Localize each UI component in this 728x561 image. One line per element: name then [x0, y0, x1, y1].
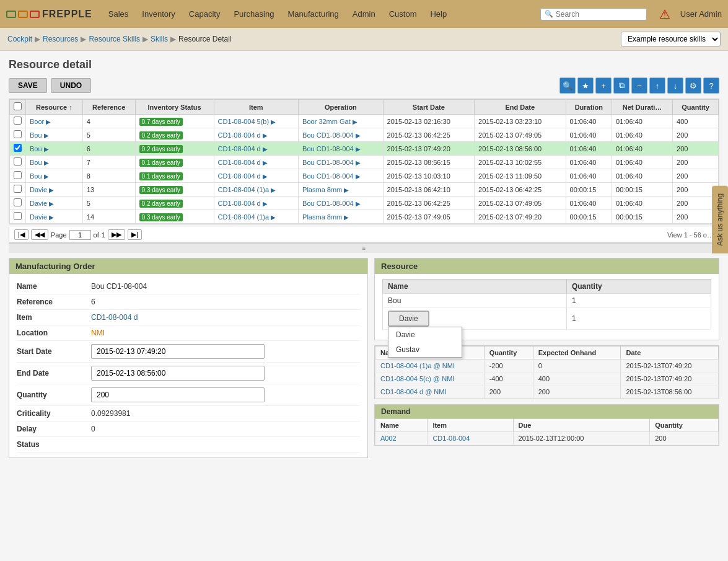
row-operation[interactable]: Bou CD1-08-004 ▶	[299, 169, 384, 183]
expand-icon[interactable]: ▶	[46, 118, 51, 125]
row-checkbox-cell[interactable]	[10, 128, 26, 142]
expand-icon[interactable]: ▶	[44, 132, 49, 139]
row-operation[interactable]: Bou CD1-08-004 ▶	[299, 142, 384, 156]
row-checkbox-cell[interactable]	[10, 142, 26, 156]
expand-arrow-item[interactable]: ▶	[271, 187, 276, 193]
mo-item-value[interactable]: CD1-08-004 d	[91, 313, 138, 322]
up-icon[interactable]: ↑	[649, 77, 665, 94]
page-prev-btn[interactable]: ◀◀	[31, 229, 48, 240]
add-icon[interactable]: +	[595, 77, 612, 94]
scenario-select[interactable]: Example resource skills	[621, 32, 721, 46]
breadcrumb-resources[interactable]: Resources	[43, 35, 78, 43]
row-checkbox[interactable]	[14, 117, 22, 125]
row-checkbox-cell[interactable]	[10, 156, 26, 169]
col-header-resource[interactable]: Resource ↑	[26, 100, 83, 115]
mo-end-input[interactable]	[91, 366, 265, 381]
expand-arrow-op[interactable]: ▶	[356, 132, 361, 139]
mo-start-input[interactable]	[91, 344, 265, 359]
row-item[interactable]: CD1-08-004 d ▶	[214, 197, 299, 210]
expand-arrow-op[interactable]: ▶	[344, 187, 349, 193]
row-resource[interactable]: Davie ▶	[26, 197, 83, 210]
expand-arrow-item[interactable]: ▶	[271, 118, 276, 125]
row-item[interactable]: CD1-08-004 (1)a ▶	[214, 183, 299, 197]
row-item[interactable]: CD1-08-004 d ▶	[214, 128, 299, 142]
expand-arrow-item[interactable]: ▶	[263, 159, 268, 166]
page-input[interactable]	[69, 230, 91, 240]
row-resource[interactable]: Davie ▶	[26, 183, 83, 197]
row-item[interactable]: CD1-08-004 d ▶	[214, 169, 299, 183]
minus-icon[interactable]: −	[631, 77, 647, 94]
breadcrumb-resource-skills[interactable]: Resource Skills	[89, 35, 140, 43]
row-operation[interactable]: Bou CD1-08-004 ▶	[299, 197, 384, 210]
dropdown-item-davie[interactable]: Davie	[388, 327, 462, 342]
resource-davie-button[interactable]: Davie	[388, 311, 429, 327]
page-next-btn[interactable]: ▶▶	[108, 229, 125, 240]
nav-capacity[interactable]: Capacity	[185, 8, 224, 20]
row-checkbox[interactable]	[14, 185, 22, 193]
flow-name[interactable]: CD1-08-004 (1)a @ NMI	[375, 360, 485, 373]
row-item[interactable]: CD1-08-004 d ▶	[214, 142, 299, 156]
nav-custom[interactable]: Custom	[385, 8, 421, 20]
expand-arrow-op[interactable]: ▶	[344, 214, 349, 221]
expand-arrow-op[interactable]: ▶	[353, 118, 357, 125]
row-item[interactable]: CD1-08-004 5(b) ▶	[214, 115, 299, 128]
row-resource[interactable]: Bou ▶	[26, 128, 83, 142]
demand-name[interactable]: A002	[375, 432, 428, 445]
save-button[interactable]: SAVE	[9, 78, 47, 93]
search-toolbar-icon[interactable]: 🔍	[559, 77, 576, 94]
down-icon[interactable]: ↓	[667, 77, 683, 94]
search-input[interactable]	[556, 10, 642, 19]
row-resource[interactable]: Bou ▶	[26, 156, 83, 169]
row-checkbox-cell[interactable]	[10, 115, 26, 128]
row-checkbox-cell[interactable]	[10, 210, 26, 224]
expand-arrow-item[interactable]: ▶	[271, 214, 276, 221]
row-item[interactable]: CD1-08-004 d ▶	[214, 156, 299, 169]
undo-button[interactable]: UNDO	[51, 78, 91, 93]
expand-icon[interactable]: ▶	[44, 159, 49, 166]
row-checkbox[interactable]	[14, 198, 22, 206]
expand-icon[interactable]: ▶	[44, 173, 49, 180]
nav-help[interactable]: Help	[426, 8, 450, 20]
dropdown-item-gustav[interactable]: Gustav	[388, 342, 462, 357]
row-item[interactable]: CD1-08-004 (1)a ▶	[214, 210, 299, 224]
flow-name[interactable]: CD1-08-004 5(c) @ NMI	[375, 373, 485, 386]
row-resource[interactable]: Davie ▶	[26, 210, 83, 224]
demand-item[interactable]: CD1-08-004	[428, 432, 513, 445]
breadcrumb-cockpit[interactable]: Cockpit	[7, 35, 32, 43]
mo-qty-input[interactable]	[91, 387, 265, 402]
nav-manufacturing[interactable]: Manufacturing	[284, 8, 342, 20]
expand-arrow-op[interactable]: ▶	[356, 159, 361, 166]
expand-icon[interactable]: ▶	[44, 146, 49, 152]
breadcrumb-skills[interactable]: Skills	[151, 35, 168, 43]
expand-arrow-item[interactable]: ▶	[263, 146, 268, 152]
row-resource[interactable]: Bou ▶	[26, 169, 83, 183]
expand-arrow-op[interactable]: ▶	[356, 173, 361, 180]
nav-sales[interactable]: Sales	[105, 8, 133, 20]
row-checkbox-cell[interactable]	[10, 183, 26, 197]
row-checkbox[interactable]	[14, 130, 22, 138]
expand-icon[interactable]: ▶	[49, 200, 54, 207]
expand-icon[interactable]: ▶	[49, 214, 54, 221]
nav-inventory[interactable]: Inventory	[138, 8, 178, 20]
resize-handle[interactable]: ≡	[9, 243, 719, 253]
row-operation[interactable]: Boor 32mm Gat ▶	[299, 115, 384, 128]
page-first-btn[interactable]: |◀	[14, 229, 29, 240]
row-checkbox-cell[interactable]	[10, 169, 26, 183]
row-operation[interactable]: Plasma 8mm ▶	[299, 210, 384, 224]
star-icon[interactable]: ★	[577, 77, 594, 94]
nav-admin[interactable]: Admin	[349, 8, 379, 20]
row-resource[interactable]: Bou ▶	[26, 142, 83, 156]
flow-name[interactable]: CD1-08-004 d @ NMI	[375, 386, 485, 399]
nav-purchasing[interactable]: Purchasing	[230, 8, 278, 20]
expand-icon[interactable]: ▶	[49, 187, 54, 193]
help-icon[interactable]: ?	[703, 77, 719, 94]
row-checkbox[interactable]	[14, 171, 22, 179]
expand-arrow-op[interactable]: ▶	[356, 146, 361, 152]
row-operation[interactable]: Plasma 8mm ▶	[299, 183, 384, 197]
row-checkbox[interactable]	[14, 212, 22, 220]
expand-arrow-op[interactable]: ▶	[356, 200, 361, 207]
page-last-btn[interactable]: ▶|	[128, 229, 142, 240]
expand-arrow-item[interactable]: ▶	[263, 132, 268, 139]
ask-us-sidebar[interactable]: Ask us anything	[712, 186, 728, 254]
select-all-checkbox[interactable]	[14, 102, 22, 110]
